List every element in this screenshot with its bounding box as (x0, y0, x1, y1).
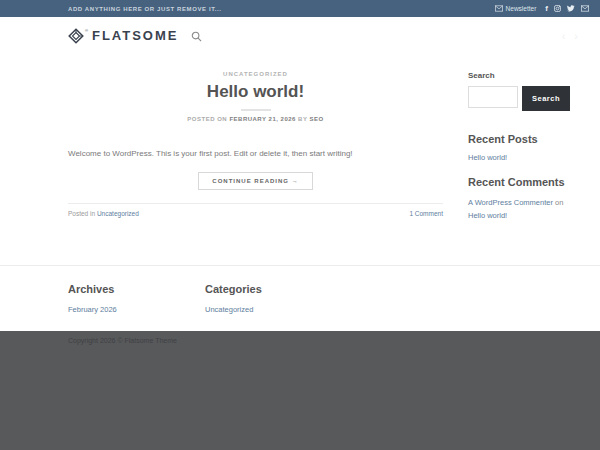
site-header: ® FLATSOME ‹ › (0, 17, 600, 55)
twitter-icon[interactable] (567, 5, 575, 12)
main-content: UNCATEGORIZED Hello world! POSTED ON FEB… (0, 55, 600, 265)
post-author-link[interactable]: SEO (309, 116, 323, 122)
copyright-bar: Copyright 2026 © Flatsome Theme (0, 331, 600, 450)
flatsome-diamond-icon (68, 28, 84, 44)
recent-post-link[interactable]: Hello world! (468, 153, 575, 162)
copyright-text: Copyright 2026 © Flatsome Theme (68, 337, 177, 344)
commented-post-link[interactable]: Hello world! (468, 211, 507, 220)
post-article: UNCATEGORIZED Hello world! POSTED ON FEB… (68, 71, 443, 265)
posted-in-category-link[interactable]: Uncategorized (97, 210, 139, 217)
search-widget-label: Search (468, 71, 575, 80)
recent-posts-title: Recent Posts (468, 133, 575, 145)
posted-in-label: Posted in (68, 210, 97, 217)
search-widget: Search Search (468, 71, 575, 111)
newsletter-label: Newsletter (506, 5, 537, 12)
social-links: f (545, 5, 589, 13)
recent-comment-item: A WordPress Commenter on Hello world! (468, 196, 578, 222)
facebook-icon[interactable]: f (545, 5, 548, 13)
site-logo[interactable]: ® FLATSOME (68, 28, 178, 44)
header-nav-arrows: ‹ › (562, 30, 578, 42)
posted-in: Posted in Uncategorized (68, 210, 139, 217)
archives-title: Archives (68, 283, 205, 295)
search-icon[interactable] (191, 31, 202, 42)
continue-reading-wrap: CONTINUE READING → (68, 169, 443, 190)
email-icon[interactable] (581, 5, 589, 12)
topbar-right: Newsletter f (495, 5, 589, 13)
post-date: FEBRUARY 21, 2026 (229, 116, 296, 122)
post-title[interactable]: Hello world! (68, 82, 443, 102)
slider-next-icon[interactable]: › (574, 30, 578, 42)
post-footer: Posted in Uncategorized 1 Comment (68, 203, 443, 217)
archive-month-link[interactable]: February 2026 (68, 305, 205, 314)
sidebar-search-input[interactable] (468, 86, 518, 108)
footer-widgets: Archives February 2026 Categories Uncate… (0, 265, 600, 331)
archives-widget: Archives February 2026 (68, 283, 205, 331)
top-bar: ADD ANYTHING HERE OR JUST REMOVE IT... N… (0, 0, 600, 17)
title-divider (241, 109, 271, 111)
recent-posts-widget: Recent Posts Hello world! (468, 133, 575, 162)
instagram-icon[interactable] (554, 5, 561, 12)
post-category-link[interactable]: UNCATEGORIZED (68, 71, 443, 77)
sidebar: Search Search Recent Posts Hello world! … (468, 71, 575, 265)
post-excerpt: Welcome to WordPress. This is your first… (68, 148, 443, 159)
search-row: Search (468, 86, 575, 111)
recent-comments-widget: Recent Comments A WordPress Commenter on… (468, 176, 575, 222)
by-label: BY (296, 116, 310, 122)
post-meta: POSTED ON FEBRUARY 21, 2026 BY SEO (68, 116, 443, 122)
category-link[interactable]: Uncategorized (205, 305, 342, 314)
continue-reading-button[interactable]: CONTINUE READING → (198, 172, 312, 190)
registered-trademark: ® (85, 28, 88, 33)
recent-comments-title: Recent Comments (468, 176, 575, 188)
sidebar-search-button[interactable]: Search (522, 86, 570, 111)
posted-on-label: POSTED ON (187, 116, 229, 122)
site-title: FLATSOME (92, 28, 179, 44)
topbar-message: ADD ANYTHING HERE OR JUST REMOVE IT... (68, 6, 222, 12)
envelope-icon (495, 5, 503, 13)
comment-on-label: on (553, 198, 563, 207)
categories-widget: Categories Uncategorized (205, 283, 342, 331)
slider-prev-icon[interactable]: ‹ (562, 30, 566, 42)
newsletter-link[interactable]: Newsletter (495, 5, 537, 13)
commenter-link[interactable]: A WordPress Commenter (468, 198, 553, 207)
categories-title: Categories (205, 283, 342, 295)
comments-count-link[interactable]: 1 Comment (409, 210, 443, 217)
